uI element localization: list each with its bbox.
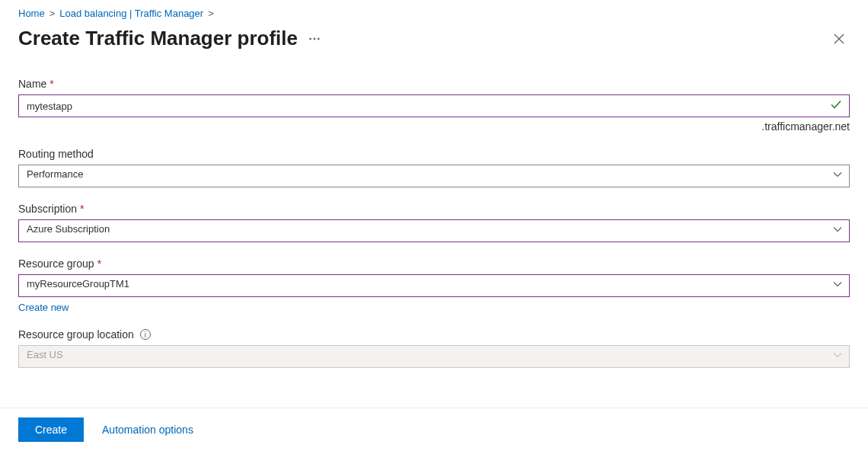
close-button[interactable] xyxy=(828,28,850,50)
subscription-label: Subscription * xyxy=(18,203,850,215)
location-select: East US xyxy=(18,345,850,368)
info-icon[interactable]: i xyxy=(140,329,151,340)
routing-select[interactable]: Performance xyxy=(18,165,850,187)
page-title: Create Traffic Manager profile ⋯ xyxy=(18,27,321,50)
breadcrumb: Home > Load balancing | Traffic Manager … xyxy=(18,8,850,19)
required-star: * xyxy=(49,78,53,90)
resource-group-select-value: myResourceGroupTM1 xyxy=(18,274,850,297)
create-button[interactable]: Create xyxy=(18,417,84,442)
routing-label: Routing method xyxy=(18,148,850,160)
resource-group-select[interactable]: myResourceGroupTM1 xyxy=(18,274,850,297)
resource-group-label: Resource group * xyxy=(18,257,850,270)
breadcrumb-home[interactable]: Home xyxy=(18,8,45,19)
automation-options-link[interactable]: Automation options xyxy=(102,424,193,436)
breadcrumb-sep: > xyxy=(49,8,56,19)
page-title-text: Create Traffic Manager profile xyxy=(18,27,298,50)
check-icon xyxy=(830,99,842,114)
location-select-value: East US xyxy=(18,345,850,368)
breadcrumb-sep: > xyxy=(208,8,214,19)
name-suffix: .trafficmanager.net xyxy=(18,120,850,133)
location-label-text: Resource group location xyxy=(18,328,134,341)
subscription-select[interactable]: Azure Subscription xyxy=(18,219,850,242)
location-label: Resource group location i xyxy=(18,328,850,341)
required-star: * xyxy=(97,257,101,270)
subscription-label-text: Subscription xyxy=(18,203,77,215)
name-input[interactable] xyxy=(18,94,850,117)
subscription-select-value: Azure Subscription xyxy=(18,219,850,242)
name-label: Name * xyxy=(18,78,850,90)
breadcrumb-lb[interactable]: Load balancing | Traffic Manager xyxy=(59,8,203,19)
required-star: * xyxy=(80,203,84,215)
routing-select-value: Performance xyxy=(18,165,850,187)
name-label-text: Name xyxy=(18,78,46,90)
routing-label-text: Routing method xyxy=(18,148,94,160)
close-icon xyxy=(833,33,845,45)
resource-group-label-text: Resource group xyxy=(18,257,94,270)
footer: Create Automation options xyxy=(0,408,868,451)
create-new-link[interactable]: Create new xyxy=(18,302,69,313)
more-actions-icon[interactable]: ⋯ xyxy=(308,31,321,46)
